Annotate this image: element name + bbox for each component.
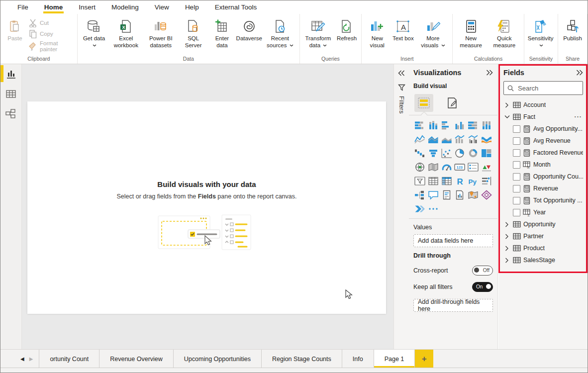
enter-data-button[interactable]: Enter data (208, 16, 236, 49)
power-apps-icon[interactable] (480, 189, 493, 200)
ribbon-chart-icon[interactable] (480, 134, 493, 144)
sensitivity-button[interactable]: Sensitivity (526, 16, 555, 49)
field-item-avg-opportunity[interactable]: Avg Opportunity... (503, 123, 583, 135)
field-item-revenue[interactable]: Revenue (503, 183, 583, 194)
field-item-opportunity[interactable]: Opportunity (503, 218, 583, 230)
field-checkbox[interactable] (513, 149, 520, 157)
chevron-right-icon[interactable] (503, 102, 510, 108)
menu-home[interactable]: Home (36, 0, 71, 14)
report-canvas[interactable]: Build visuals with your data Select or d… (27, 101, 386, 314)
paste-button[interactable]: Paste (2, 16, 27, 42)
more-visuals-button[interactable]: More visuals (415, 16, 450, 49)
power-bi-datasets-button[interactable]: Power BI datasets (143, 16, 178, 49)
page-tab-page-1[interactable]: Page 1 (374, 350, 415, 368)
chevron-right-icon[interactable] (503, 222, 510, 227)
field-item-account[interactable]: Account (503, 99, 583, 111)
r-script-visual-icon[interactable]: R (453, 176, 467, 186)
page-tab-region-stage-counts[interactable]: Region Stage Counts (261, 350, 342, 368)
field-checkbox[interactable] (513, 209, 520, 216)
values-field-well[interactable]: Add data fields here (413, 234, 493, 247)
q-and-a-icon[interactable] (427, 189, 440, 200)
collapse-fields-icon[interactable] (576, 70, 583, 76)
field-checkbox[interactable] (513, 125, 520, 133)
chevron-down-icon[interactable] (503, 115, 510, 119)
publish-button[interactable]: Publish (560, 16, 585, 42)
page-tab-revenue-overview[interactable]: Revenue Overview (99, 350, 173, 368)
report-view-button[interactable] (0, 64, 21, 84)
fields-search-box[interactable] (503, 81, 583, 95)
table-icon[interactable] (427, 176, 440, 186)
recent-sources-button[interactable]: Recent sources (263, 16, 297, 49)
tab-build-visual[interactable] (414, 94, 433, 112)
format-painter-button[interactable]: Format painter (28, 40, 74, 52)
field-item-factored-revenue[interactable]: Factored Revenue (503, 147, 583, 159)
get-more-visuals-icon[interactable] (427, 203, 440, 214)
smart-narrative-icon[interactable] (440, 189, 453, 200)
filled-map-icon[interactable] (427, 162, 440, 172)
sql-server-button[interactable]: SQL Server (178, 16, 208, 49)
treemap-icon[interactable] (480, 148, 493, 158)
transform-data-button[interactable]: Transform data (302, 16, 334, 49)
field-item-avg-revenue[interactable]: Avg Revenue (503, 135, 583, 147)
more-options-icon[interactable]: ··· (575, 113, 584, 120)
field-checkbox[interactable] (513, 197, 520, 204)
card-icon[interactable]: 123 (453, 162, 467, 172)
power-automate-icon[interactable] (413, 203, 427, 214)
clustered-bar-chart-icon[interactable] (440, 120, 453, 130)
field-checkbox[interactable] (513, 173, 520, 181)
dataverse-button[interactable]: Dataverse (236, 16, 263, 42)
funnel-chart-icon[interactable] (427, 148, 440, 158)
drill-through-field-well[interactable]: Add drill-through fields here (413, 299, 493, 312)
menu-help[interactable]: Help (177, 0, 207, 14)
line-chart-icon[interactable] (413, 134, 427, 144)
scatter-chart-icon[interactable] (440, 148, 453, 158)
scroll-tabs-left-icon[interactable]: ◀ (20, 356, 24, 362)
waterfall-chart-icon[interactable] (413, 148, 427, 158)
field-item-year[interactable]: ΣYear (503, 206, 583, 218)
100-stacked-bar-chart-icon[interactable] (467, 120, 480, 130)
menu-view[interactable]: View (147, 0, 177, 14)
field-item-tot-opportunity[interactable]: Tot Opportunity ... (503, 194, 583, 206)
multi-row-card-icon[interactable] (467, 162, 480, 172)
field-item-salesstage[interactable]: SalesStage (503, 254, 583, 266)
slicer-icon[interactable] (413, 176, 427, 186)
field-checkbox[interactable] (513, 137, 520, 145)
field-item-opportunity-cou[interactable]: Opportunity Cou... (503, 171, 583, 183)
new-measure-button[interactable]: New measure (455, 16, 487, 49)
stacked-bar-chart-icon[interactable] (413, 120, 427, 130)
quick-measure-button[interactable]: Quick measure (487, 16, 522, 49)
search-input[interactable] (517, 84, 574, 93)
get-data-button[interactable]: Get data (80, 16, 109, 49)
cut-button[interactable]: Cut (28, 18, 74, 27)
page-tab-upcoming-opportunities[interactable]: Upcoming Opportunities (173, 350, 261, 368)
stacked-area-chart-icon[interactable] (440, 134, 453, 144)
page-tab-info[interactable]: Info (342, 350, 374, 368)
expand-filters-icon[interactable] (398, 70, 405, 76)
line-and-clustered-column-chart-icon[interactable] (467, 134, 480, 144)
menu-external-tools[interactable]: External Tools (207, 0, 265, 14)
stacked-column-chart-icon[interactable] (427, 120, 440, 130)
field-checkbox[interactable] (513, 185, 520, 192)
data-view-button[interactable] (0, 84, 21, 104)
kpi-icon[interactable] (480, 162, 493, 172)
100-stacked-column-chart-icon[interactable] (480, 120, 493, 130)
scroll-tabs-right-icon[interactable]: ▶ (29, 356, 33, 362)
paginated-report-icon[interactable] (453, 189, 467, 200)
menu-file[interactable]: File (9, 0, 36, 14)
arcgis-map-icon[interactable] (467, 189, 480, 200)
decomposition-tree-icon[interactable] (413, 189, 427, 200)
clustered-column-chart-icon[interactable] (453, 120, 467, 130)
refresh-button[interactable]: Refresh (334, 16, 359, 42)
field-item-month[interactable]: fxMonth (503, 159, 583, 171)
area-chart-icon[interactable] (427, 134, 440, 144)
copy-button[interactable]: Copy (28, 29, 74, 38)
map-icon[interactable] (413, 162, 427, 172)
chevron-right-icon[interactable] (503, 258, 510, 263)
collapse-visualizations-icon[interactable] (486, 70, 493, 76)
new-page-button[interactable]: + (415, 350, 433, 368)
key-influencers-icon[interactable] (480, 176, 493, 186)
text-box-button[interactable]: AText box (391, 16, 415, 42)
menu-insert[interactable]: Insert (71, 0, 103, 14)
field-item-product[interactable]: Product (503, 242, 583, 254)
chevron-right-icon[interactable] (503, 246, 510, 251)
